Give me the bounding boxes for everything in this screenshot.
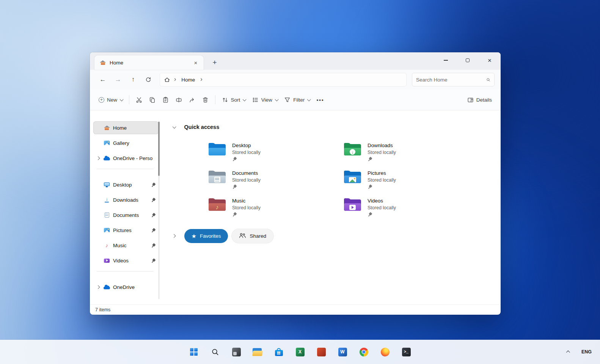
- sidebar-scrollbar-thumb[interactable]: [158, 122, 160, 176]
- people-icon: [239, 233, 246, 239]
- folder-tile-videos[interactable]: Videos Stored locally: [343, 197, 468, 219]
- window-controls: ×: [435, 52, 501, 68]
- folder-tile-music[interactable]: ♪ Music Stored locally: [207, 197, 333, 219]
- microsoft-store-button[interactable]: [271, 344, 287, 360]
- folder-subtitle: Stored locally: [232, 205, 261, 210]
- file-explorer-button[interactable]: [250, 344, 265, 360]
- folder-tile-downloads[interactable]: ↓ Downloads Stored locally: [343, 141, 468, 164]
- command-toolbar: + New Sort View: [90, 89, 501, 110]
- sort-button[interactable]: Sort: [218, 93, 249, 107]
- tab-close-icon[interactable]: ×: [192, 58, 200, 67]
- chevron-up-icon[interactable]: [567, 351, 570, 354]
- sidebar-item-pictures[interactable]: Pictures: [94, 224, 158, 236]
- close-icon: ×: [488, 57, 492, 64]
- view-button[interactable]: View: [249, 93, 281, 107]
- firefox-button[interactable]: [377, 344, 393, 360]
- cut-button[interactable]: [132, 93, 146, 107]
- folder-subtitle: Stored locally: [368, 150, 396, 155]
- tab-home[interactable]: Home ×: [94, 55, 204, 70]
- excel-button[interactable]: X: [292, 344, 308, 360]
- powerpoint-button[interactable]: [313, 344, 329, 360]
- sidebar-item-label: Pictures: [113, 228, 148, 233]
- pin-icon: [231, 183, 238, 190]
- details-button[interactable]: Details: [464, 93, 495, 107]
- chevron-right-icon[interactable]: [96, 156, 99, 160]
- close-button[interactable]: ×: [479, 52, 501, 68]
- sort-icon: [222, 97, 228, 103]
- cut-icon: [136, 97, 142, 103]
- breadcrumb-bar[interactable]: › Home ›: [160, 73, 407, 86]
- sidebar-item-downloads[interactable]: ↓ Downloads: [94, 194, 158, 206]
- tab-title: Home: [110, 60, 188, 66]
- sidebar-item-onedrive-personal[interactable]: OneDrive - Perso: [94, 152, 158, 164]
- folder-tile-desktop[interactable]: Desktop Stored locally: [207, 141, 333, 164]
- copy-button[interactable]: [146, 93, 159, 107]
- pin-icon: [366, 155, 373, 162]
- toolbar-separator: [129, 95, 129, 104]
- up-button[interactable]: ↑: [126, 73, 140, 86]
- sidebar-item-onedrive[interactable]: OneDrive: [94, 281, 158, 293]
- language-indicator[interactable]: ENG: [581, 349, 592, 355]
- rename-button[interactable]: [172, 93, 185, 107]
- sidebar-item-gallery[interactable]: Gallery: [94, 137, 158, 149]
- favorites-pill-button[interactable]: ★ Favorites: [184, 229, 228, 243]
- videos-folder-icon: [344, 198, 361, 212]
- folder-name: Desktop: [232, 143, 261, 148]
- sidebar-item-label: Home: [113, 125, 156, 131]
- music-icon: ♪: [103, 243, 110, 248]
- chevron-down-icon[interactable]: [173, 125, 176, 128]
- breadcrumb-separator: ›: [200, 76, 202, 83]
- sidebar-item-videos[interactable]: Videos: [94, 254, 158, 267]
- breadcrumb-separator: ›: [174, 76, 176, 83]
- folder-tile-pictures[interactable]: Pictures Stored locally: [343, 169, 468, 191]
- sidebar-item-desktop[interactable]: Desktop: [94, 179, 158, 191]
- maximize-button[interactable]: [457, 52, 479, 68]
- details-button-label: Details: [476, 97, 492, 103]
- folder-subtitle: Stored locally: [368, 205, 396, 210]
- quick-access-header[interactable]: Quick access: [168, 124, 493, 130]
- chevron-right-icon[interactable]: [96, 285, 99, 289]
- start-button[interactable]: [186, 344, 202, 360]
- delete-button[interactable]: [199, 93, 212, 107]
- taskbar-app-button[interactable]: [228, 344, 244, 360]
- maximize-icon: [466, 58, 470, 62]
- home-icon: [103, 126, 110, 130]
- excel-icon: X: [296, 348, 305, 356]
- home-tab-icon: [100, 60, 106, 65]
- breadcrumb-item-home[interactable]: Home: [180, 77, 196, 83]
- ellipsis-icon: •••: [317, 97, 324, 103]
- refresh-button[interactable]: [141, 73, 155, 86]
- new-button[interactable]: + New: [95, 93, 126, 107]
- back-button[interactable]: ←: [96, 73, 110, 86]
- folder-tile-documents[interactable]: Documents Stored locally: [207, 169, 333, 191]
- word-button[interactable]: W: [335, 344, 350, 360]
- sidebar-item-home[interactable]: Home: [94, 122, 158, 134]
- filter-button[interactable]: Filter: [281, 93, 313, 107]
- paste-button[interactable]: [159, 93, 172, 107]
- shared-pill-button[interactable]: Shared: [232, 229, 273, 243]
- forward-button[interactable]: →: [111, 73, 125, 86]
- sidebar-item-music[interactable]: ♪ Music: [94, 239, 158, 251]
- minimize-button[interactable]: [435, 52, 457, 68]
- share-button[interactable]: [185, 93, 199, 107]
- favorites-section-row: ★ Favorites Shared: [168, 229, 493, 243]
- windows-start-icon: [190, 348, 198, 356]
- taskbar-search-button[interactable]: [207, 344, 223, 360]
- search-icon: [486, 77, 490, 83]
- gallery-icon: [103, 141, 110, 145]
- search-box[interactable]: [412, 73, 495, 86]
- filter-button-label: Filter: [293, 97, 305, 103]
- terminal-button[interactable]: >_: [398, 344, 414, 360]
- desktop-icon: [103, 182, 110, 187]
- word-icon: W: [338, 348, 347, 356]
- breadcrumb-home-icon: [164, 77, 170, 83]
- pin-icon: [150, 257, 157, 264]
- more-options-button[interactable]: •••: [313, 93, 328, 107]
- chevron-right-icon[interactable]: [172, 234, 176, 238]
- sort-button-label: Sort: [231, 97, 240, 103]
- status-bar: 7 items: [90, 304, 501, 315]
- sidebar-item-documents[interactable]: Documents: [94, 209, 158, 221]
- search-input[interactable]: [416, 77, 483, 83]
- new-tab-button[interactable]: +: [209, 57, 220, 68]
- chrome-button[interactable]: [356, 344, 372, 360]
